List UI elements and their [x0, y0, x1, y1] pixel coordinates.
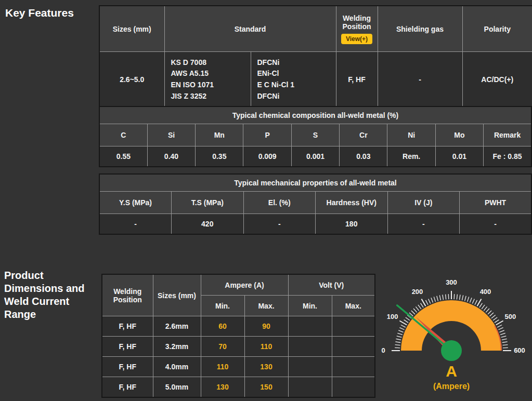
ampere-min-cell: 110 [201, 357, 244, 377]
gauge-minor-tick [418, 305, 421, 309]
ampere-max-cell: 90 [244, 316, 288, 337]
volt-min-cell [288, 357, 332, 377]
current-header-row-1: Welding Position Sizes (mm) Ampere (A) V… [102, 274, 375, 296]
chemical-column-header: Remark [484, 124, 531, 146]
col-header-sizes: Sizes (mm) [99, 6, 164, 52]
gauge-minor-tick [416, 306, 419, 311]
mechanical-value-cell: 420 [172, 214, 244, 235]
gauge-minor-tick [501, 336, 507, 338]
mechanical-value-cell: - [460, 214, 532, 235]
standard-classes-list: DFCNi ENi-Cl E C Ni-Cl 1 DFCNi [251, 52, 336, 108]
mechanical-column-header: IV (J) [387, 192, 460, 214]
mechanical-value-cell: - [99, 214, 172, 235]
gauge-tick-label: 200 [412, 288, 423, 296]
gauge-tick-label: 300 [446, 278, 457, 286]
view-plus-button[interactable]: View(+) [341, 34, 372, 44]
shielding-gas-value: - [378, 52, 462, 108]
current-range-row: F, HF4.0mm110130 [102, 357, 375, 377]
col-header-volt: Volt (V) [288, 274, 375, 296]
standard-specs-list: KS D 7008 AWS A5.15 EN ISO 1071 JIS Z 32… [164, 52, 251, 108]
chemical-column-header: Cr [340, 124, 387, 146]
gauge-minor-tick [479, 303, 482, 308]
gauge-minor-tick [395, 347, 400, 348]
welding-position-label: Welding Position [336, 14, 378, 31]
gauge-minor-tick [431, 298, 433, 302]
current-range-table: Welding Position Sizes (mm) Ampere (A) V… [101, 274, 375, 398]
col-header-shielding-gas: Shielding gas [378, 6, 462, 52]
gauge-minor-tick [457, 295, 457, 300]
col-header-welding-position: Welding Position [102, 274, 153, 316]
gauge-unit-sublabel: (Ampere) [433, 382, 470, 391]
chemical-column-header: C [99, 124, 147, 146]
gauge-minor-tick [401, 325, 406, 328]
gauge-minor-tick [499, 330, 504, 332]
col-header-welding-position: Welding Position View(+) [336, 6, 378, 52]
col-header-polarity: Polarity [462, 6, 532, 52]
gauge-minor-tick [475, 300, 477, 305]
gauge-minor-tick [439, 295, 440, 300]
gauge-minor-tick [502, 345, 508, 345]
current-range-table-container: Welding Position Sizes (mm) Ampere (A) V… [101, 274, 374, 398]
ampere-gauge-dial: 0100200300400500600A(Ampere) [376, 272, 532, 401]
chemical-table-title-row: Typical chemical composition all-weld me… [99, 106, 531, 124]
gauge-minor-tick [437, 296, 438, 301]
product-dimensions-heading: Product Dimensions and Weld Current Rang… [4, 269, 99, 321]
mechanical-column-header: PWHT [460, 192, 532, 214]
gauge-minor-tick [395, 342, 400, 343]
gauge-minor-tick [486, 309, 489, 312]
col-header-volt-min: Min. [288, 296, 332, 316]
gauge-minor-tick [395, 345, 400, 345]
gauge-minor-tick [495, 320, 499, 323]
gauge-minor-tick [426, 300, 429, 305]
gauge-tick-label: 400 [480, 288, 491, 296]
gauge-minor-tick [421, 303, 423, 308]
col-header-ampere-min: Min. [201, 296, 244, 316]
size-cell: 4.0mm [153, 357, 201, 377]
chemical-value-cell: 0.55 [99, 146, 147, 167]
chemical-column-header: S [291, 124, 339, 146]
gauge-minor-tick [490, 313, 494, 316]
key-features-heading: Key Features [5, 6, 74, 19]
chemical-value-cell: 0.001 [291, 146, 339, 167]
col-header-volt-max: Max. [332, 296, 375, 316]
chemical-value-cell: Rem. [387, 146, 435, 167]
gauge-minor-tick [493, 317, 497, 320]
gauge-minor-tick [472, 299, 474, 303]
col-header-standard: Standard [164, 6, 336, 52]
chemical-column-header: Si [147, 124, 195, 146]
gauge-minor-tick [398, 330, 403, 332]
mechanical-table-container: Typical mechanical properties of all-wel… [99, 173, 532, 235]
gauge-tick-label: 100 [387, 313, 398, 320]
gauge-minor-tick [448, 294, 449, 299]
gauge-minor-tick [399, 328, 404, 330]
volt-max-cell [332, 316, 375, 337]
ampere-max-cell: 110 [244, 337, 288, 357]
chemical-column-header: Ni [387, 124, 435, 146]
gauge-tick-label: 600 [514, 346, 525, 354]
gauge-minor-tick [502, 342, 508, 343]
chemical-value-cell: 0.03 [340, 146, 387, 167]
welding-position-cell: F, HF [102, 377, 153, 398]
col-header-ampere-max: Max. [244, 296, 288, 316]
size-cell: 3.2mm [153, 337, 201, 357]
gauge-minor-tick [454, 294, 455, 299]
polarity-value: AC/DC(+) [462, 52, 532, 108]
chemical-column-header: Mo [435, 124, 483, 146]
gauge-unit-label: A [446, 363, 457, 380]
size-cell: 2.6mm [153, 316, 201, 337]
spec-header-row: Sizes (mm) Standard Welding Position Vie… [99, 6, 532, 52]
gauge-minor-tick [503, 347, 508, 348]
chemical-value-cell: 0.01 [435, 146, 483, 167]
sizes-value: 2.6~5.0 [99, 52, 164, 108]
mechanical-values-row: -420-180-- [99, 214, 531, 235]
volt-min-cell [288, 337, 332, 357]
gauge-minor-tick [434, 297, 435, 302]
volt-min-cell [288, 377, 332, 398]
mechanical-header-row: Y.S (MPa)T.S (MPa)El. (%)Hardness (HV)IV… [99, 192, 531, 214]
chemical-table-title: Typical chemical composition all-weld me… [99, 106, 531, 124]
gauge-minor-tick [502, 339, 507, 340]
ampere-min-cell: 130 [201, 377, 244, 398]
gauge-minor-tick [482, 305, 485, 309]
mechanical-value-cell: 180 [316, 214, 388, 235]
mechanical-column-header: Y.S (MPa) [99, 192, 172, 214]
